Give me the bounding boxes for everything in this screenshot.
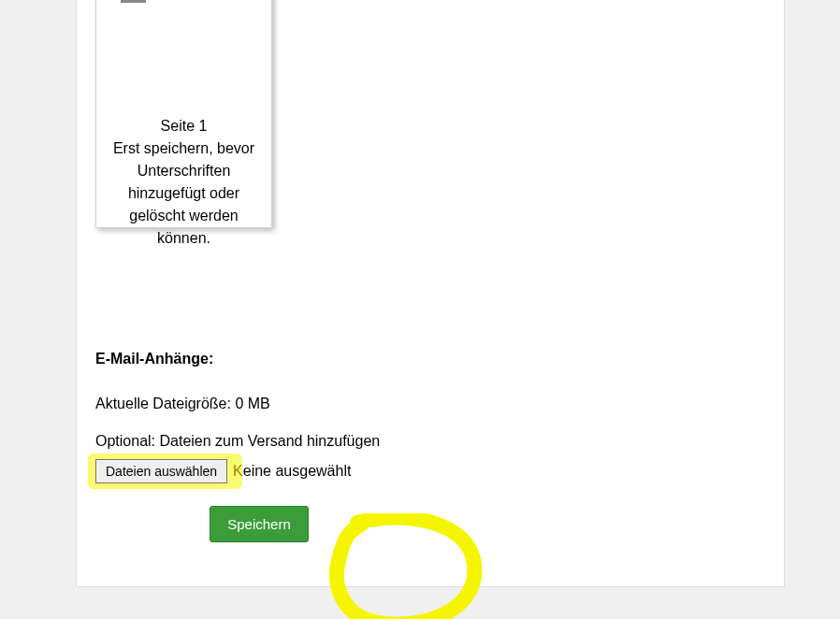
choose-files-button[interactable]: Dateien auswählen: [95, 459, 227, 483]
page-number-label: Seite 1: [106, 115, 262, 137]
attachments-heading: E-Mail-Anhänge:: [95, 351, 750, 367]
page-caption: Seite 1 Erst speichern, bevor Unterschri…: [96, 108, 271, 259]
panel-inner: Seite 1 Erst speichern, bevor Unterschri…: [77, 0, 784, 586]
page-preview-card: Seite 1 Erst speichern, bevor Unterschri…: [95, 0, 272, 228]
optional-hint-text: Optional: Dateien zum Versand hinzufügen: [95, 433, 750, 450]
save-row: Speichern: [95, 506, 423, 542]
save-button[interactable]: Speichern: [210, 506, 309, 542]
current-filesize-text: Aktuelle Dateigröße: 0 MB: [95, 396, 750, 412]
attachments-section: E-Mail-Anhänge: Aktuelle Dateigröße: 0 M…: [95, 351, 750, 542]
page-note: Erst speichern, bevor Unterschriften hin…: [106, 137, 262, 250]
file-input-row: Dateien auswählen Keine ausgewählt: [95, 459, 750, 483]
page-thumbnail[interactable]: [96, 0, 271, 108]
file-selection-status: Keine ausgewählt: [233, 463, 351, 480]
main-panel: Seite 1 Erst speichern, bevor Unterschri…: [76, 0, 785, 587]
